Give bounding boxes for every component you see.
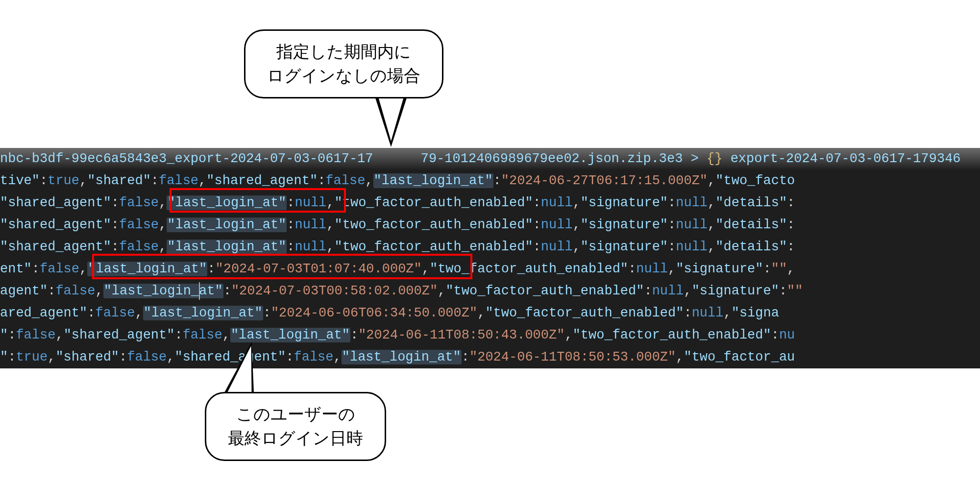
code-line: agent":false,"last_login_at":"2024-07-03… (0, 280, 980, 302)
callout-text: ログインなしの場合 (267, 64, 420, 88)
code-line: "shared_agent":false,"last_login_at":nul… (0, 192, 980, 214)
text-cursor (199, 282, 200, 300)
code-line: ":false,"shared_agent":false,"last_login… (0, 324, 980, 346)
callout-text: 指定した期間内に (267, 40, 420, 64)
code-line: tive":true,"shared":false,"shared_agent"… (0, 170, 980, 192)
code-line: ent":false,"last_login_at":"2024-07-03T0… (0, 258, 980, 280)
code-line: ared_agent":false,"last_login_at":"2024-… (0, 302, 980, 324)
editor-tab-path: nbc-b3df-99ec6a5843e3_export-2024-07-03-… (0, 148, 980, 170)
code-editor[interactable]: nbc-b3df-99ec6a5843e3_export-2024-07-03-… (0, 148, 980, 368)
callout-no-login-in-period: 指定した期間内に ログインなしの場合 (244, 29, 443, 98)
callout-tail-icon (378, 97, 404, 141)
callout-text: 最終ログイン日時 (228, 426, 363, 450)
code-line: ":true,"shared":false,"shared_agent":fal… (0, 346, 980, 368)
callout-text: このユーザーの (228, 402, 363, 426)
callout-user-last-login: このユーザーの 最終ログイン日時 (205, 392, 386, 461)
code-line: "shared_agent":false,"last_login_at":nul… (0, 214, 980, 236)
code-line: "shared_agent":false,"last_login_at":nul… (0, 236, 980, 258)
